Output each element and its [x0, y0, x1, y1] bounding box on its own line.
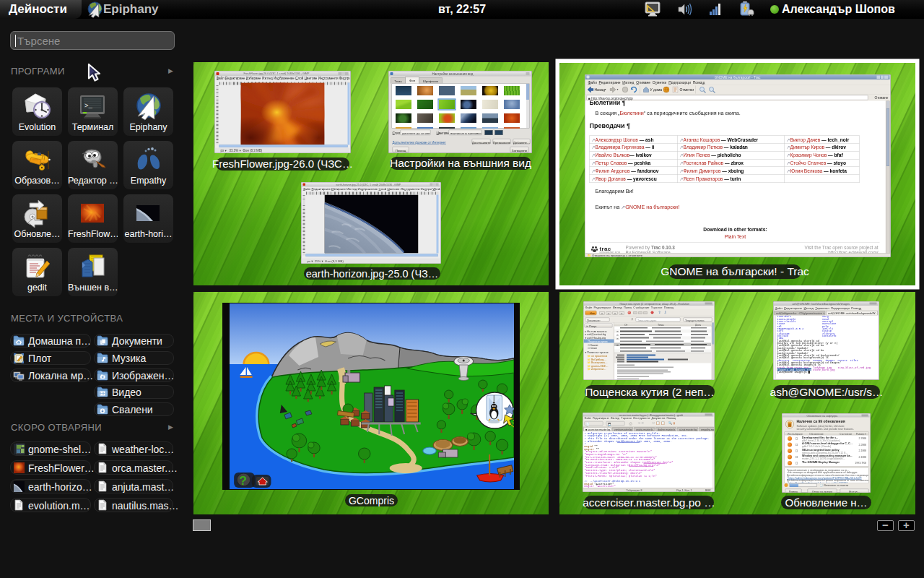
- svg-text:>_: >_: [84, 103, 92, 110]
- svg-text:?: ?: [239, 473, 247, 488]
